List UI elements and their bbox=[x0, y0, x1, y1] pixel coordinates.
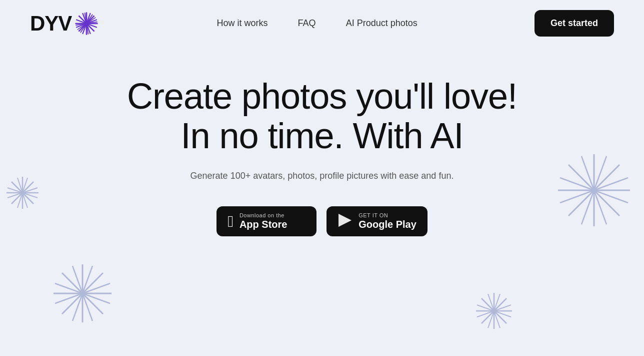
svg-marker-44 bbox=[338, 214, 352, 227]
google-play-big-text: Google Play bbox=[358, 218, 416, 230]
hero-title-line2: In no time. With AI bbox=[180, 116, 463, 156]
logo[interactable]: DYV bbox=[30, 11, 100, 37]
nav-link-faq[interactable]: FAQ bbox=[298, 18, 316, 29]
app-store-text: Download on the App Store bbox=[240, 212, 288, 230]
decoration-starburst-5 bbox=[474, 291, 514, 331]
nav-links: How it works FAQ AI Product photos bbox=[217, 18, 418, 29]
google-play-small-text: GET IT ON bbox=[358, 212, 388, 218]
decoration-starburst-2 bbox=[50, 261, 115, 326]
google-play-icon bbox=[338, 213, 352, 230]
app-buttons:  Download on the App Store GET IT ON Go… bbox=[216, 206, 428, 236]
logo-text: DYV bbox=[30, 12, 72, 36]
apple-icon:  bbox=[228, 213, 234, 229]
google-play-button[interactable]: GET IT ON Google Play bbox=[326, 206, 428, 236]
app-store-big-text: App Store bbox=[240, 218, 288, 230]
app-store-button[interactable]:  Download on the App Store bbox=[216, 206, 316, 236]
get-started-button[interactable]: Get started bbox=[534, 10, 614, 37]
hero-section: Create photos you'll love! In no time. W… bbox=[0, 47, 644, 256]
hero-subtitle: Generate 100+ avatars, photos, profile p… bbox=[190, 171, 454, 181]
logo-starburst-icon bbox=[74, 11, 100, 37]
nav-link-ai-product-photos[interactable]: AI Product photos bbox=[346, 18, 418, 29]
google-play-text: GET IT ON Google Play bbox=[358, 212, 416, 230]
app-store-small-text: Download on the bbox=[240, 212, 284, 218]
navbar: DYV How it works FAQ AI Product photos bbox=[0, 0, 644, 47]
nav-link-how-it-works[interactable]: How it works bbox=[217, 18, 268, 29]
hero-title-line1: Create photos you'll love! bbox=[127, 77, 517, 116]
